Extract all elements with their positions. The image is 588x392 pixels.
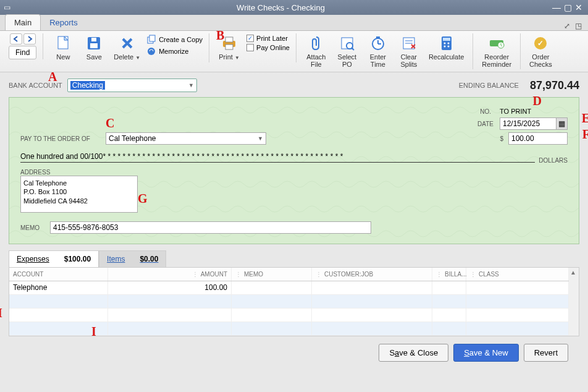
- select-po-button[interactable]: Select PO: [334, 33, 361, 69]
- popout-icon[interactable]: ◳: [575, 22, 582, 30]
- create-copy-button[interactable]: Create a Copy: [146, 35, 203, 45]
- close-button[interactable]: ✕: [573, 2, 584, 12]
- dollar-sign: $: [500, 135, 503, 142]
- nav-back-button[interactable]: [10, 33, 22, 45]
- window-title: Write Checks - Checking: [10, 3, 551, 12]
- payto-label: PAY TO THE ORDER OF: [20, 135, 101, 142]
- detail-tabs: Expenses $100.00 Items $0.00: [9, 250, 579, 267]
- annotation-h: H: [0, 306, 2, 320]
- svg-rect-9: [225, 45, 233, 49]
- clear-splits-button[interactable]: Clear Splits: [395, 33, 422, 69]
- vertical-scrollbar[interactable]: ▲: [569, 268, 579, 336]
- svg-rect-8: [225, 37, 233, 42]
- tab-reports[interactable]: Reports: [41, 15, 86, 30]
- svg-point-22: [443, 43, 445, 45]
- chevron-down-icon: ▼: [258, 135, 263, 142]
- ribbon-tabs: Main Reports ⤢ ◳: [0, 15, 588, 31]
- col-customer[interactable]: ⋮CUSTOMER:JOB: [312, 268, 432, 281]
- dollars-label: DOLLARS: [539, 157, 568, 164]
- bank-account-label: BANK ACCOUNT: [9, 82, 62, 89]
- save-button[interactable]: Save: [80, 33, 107, 62]
- toolbar: B Find New Save Delete ▼ Create a Copy: [0, 31, 588, 72]
- print-button[interactable]: Print ▼: [216, 33, 243, 62]
- check-no-label: NO.: [480, 108, 491, 115]
- chevron-down-icon: ▼: [188, 82, 194, 88]
- nav-forward-button[interactable]: [23, 33, 36, 45]
- scroll-up-icon: ▲: [570, 269, 578, 276]
- annotation-d: D: [533, 94, 542, 108]
- attach-file-button[interactable]: Attach File: [303, 33, 330, 69]
- check-amount-input[interactable]: [508, 132, 568, 145]
- amount-words: One hundred and 00/100* * * * * * * * * …: [20, 152, 535, 163]
- app-menu-icon[interactable]: ▭: [4, 3, 10, 12]
- table-row[interactable]: Telephone 100.00: [9, 281, 569, 295]
- check-panel: D E F C G NO. TO PRINT DATE ▦ PAY TO THE…: [9, 97, 579, 244]
- save-close-button[interactable]: Save & Close: [379, 344, 448, 362]
- annotation-g: G: [138, 192, 148, 206]
- svg-point-6: [148, 48, 155, 55]
- col-billable[interactable]: ⋮BILLA...: [432, 268, 466, 281]
- svg-rect-16: [376, 36, 380, 38]
- svg-point-24: [443, 46, 445, 48]
- col-amount[interactable]: ⋮AMOUNT: [108, 268, 232, 281]
- new-button[interactable]: New: [49, 33, 77, 62]
- memo-input[interactable]: [50, 221, 371, 234]
- svg-rect-5: [149, 35, 155, 41]
- maximize-button[interactable]: ▢: [562, 2, 573, 12]
- items-tab[interactable]: Items $0.00: [99, 250, 166, 267]
- expenses-grid: ACCOUNT ⋮AMOUNT ⋮MEMO ⋮CUSTOMER:JOB ⋮BIL…: [9, 267, 579, 336]
- svg-text:✓: ✓: [537, 39, 544, 48]
- order-checks-button[interactable]: ✓ Order Checks: [527, 33, 555, 69]
- tab-main[interactable]: Main: [5, 14, 41, 30]
- enter-time-button[interactable]: Enter Time: [364, 33, 392, 69]
- payto-dropdown[interactable]: Cal Telephone ▼: [106, 132, 266, 145]
- minimize-button[interactable]: —: [551, 2, 562, 12]
- check-date-input[interactable]: [500, 117, 556, 130]
- address-label: ADDRESS: [20, 169, 568, 176]
- svg-rect-21: [443, 38, 450, 41]
- pay-online-checkbox[interactable]: Pay Online: [246, 44, 290, 51]
- annotation-e: E: [582, 111, 588, 126]
- svg-point-23: [447, 43, 449, 45]
- col-account[interactable]: ACCOUNT: [9, 268, 108, 281]
- memorize-button[interactable]: Memorize: [146, 46, 203, 56]
- svg-rect-2: [90, 43, 98, 48]
- delete-button[interactable]: Delete ▼: [111, 33, 143, 62]
- expenses-tab[interactable]: Expenses $100.00: [9, 250, 99, 267]
- calendar-icon[interactable]: ▦: [556, 117, 568, 130]
- svg-line-12: [351, 48, 354, 50]
- check-no-value: TO PRINT: [500, 108, 568, 115]
- table-row[interactable]: [9, 309, 569, 322]
- col-class[interactable]: ⋮CLASS: [466, 268, 569, 281]
- reorder-reminder-button[interactable]: Reorder Reminder: [479, 33, 514, 69]
- memorize-icon: [146, 46, 156, 56]
- copy-icon: [146, 35, 156, 45]
- address-box[interactable]: Cal Telephone P.O. Box 1100 Middlefield …: [20, 176, 138, 213]
- checkbox-unchecked-icon: [246, 44, 254, 51]
- title-bar: ▭ Write Checks - Checking — ▢ ✕: [0, 0, 588, 15]
- svg-point-25: [447, 46, 449, 48]
- save-new-button[interactable]: Save & New: [453, 344, 519, 362]
- find-button[interactable]: Find: [9, 46, 36, 59]
- svg-rect-3: [91, 38, 96, 41]
- table-row[interactable]: [9, 322, 569, 336]
- ending-balance-label: ENDING BALANCE: [459, 82, 519, 89]
- bank-account-dropdown[interactable]: Checking ▼: [67, 79, 197, 92]
- recalculate-button[interactable]: Recalculate: [426, 33, 466, 62]
- table-row[interactable]: [9, 295, 569, 309]
- check-date-label: DATE: [477, 121, 494, 127]
- revert-button[interactable]: Revert: [524, 344, 568, 362]
- col-memo[interactable]: ⋮MEMO: [232, 268, 312, 281]
- annotation-f: F: [582, 127, 588, 142]
- ending-balance-value: 87,970.44: [530, 79, 579, 92]
- expand-icon[interactable]: ⤢: [564, 22, 570, 30]
- memo-label: MEMO: [20, 224, 45, 231]
- checkbox-checked-icon: ✓: [246, 35, 254, 42]
- print-later-checkbox[interactable]: ✓ Print Later: [246, 35, 290, 42]
